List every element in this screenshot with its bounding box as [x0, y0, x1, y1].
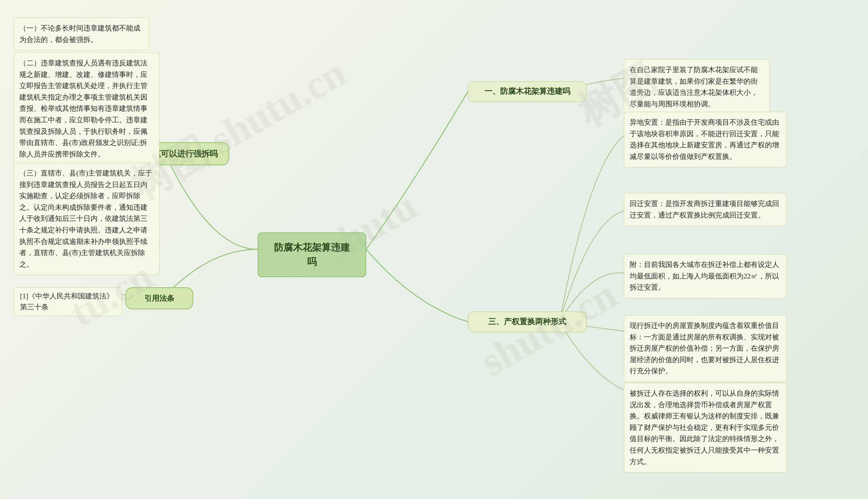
- leaf-illegal-2: （二）违章建筑查报人员遇有违反建筑法规之新建、增建、改建、修建情事时，应立即报告…: [14, 52, 159, 165]
- branch-property-node: 三、产权置换两种形式: [468, 312, 586, 332]
- leaf-illegal-3: （三）直辖市、县(市)主管建筑机关，应于接到违章建筑查报人员报告之日起五日内实施…: [14, 162, 159, 275]
- leaf-illegal-1: （一）不论多长时间违章建筑都不能成为合法的，都会被强拆。: [14, 17, 149, 50]
- leaf-fu: 附：目前我国各大城市在拆迁补偿上都有设定人均最低面积，如上海人均最低面积为22㎡…: [624, 254, 787, 299]
- leaf-beicha: 被拆迁人存在选择的权利，可以从自身的实际情况出发，合理地选择货币补偿或者房屋产权…: [624, 383, 787, 473]
- leaf-xianzhi: 现行拆迁中的房屋置换制度内蕴含着双重价值目标：一方面是通过房屋的所有权调换、实现…: [624, 315, 787, 382]
- center-node: 防腐木花架算违建吗: [258, 232, 366, 277]
- branch-law-node: 引用法条: [126, 287, 193, 309]
- branch-whether-node: 一、防腐木花架算违建吗: [468, 81, 586, 102]
- leaf-yidi: 异地安置：是指由于开发商项目不涉及住宅或由于该地块容积率原因，不能进行回迁安置，…: [624, 112, 787, 167]
- leaf-law: [1]《中华人民共和国建筑法》第三十条: [14, 287, 122, 316]
- leaf-huiqian: 回迁安置：是指开发商拆迁重建项目能够完成回迁安置，通过产权置换比例完成回迁安置。: [624, 193, 787, 226]
- leaf-whether-1: 在自己家院子里装了防腐木花架应试不能算是建章建筑，如果你们家是在繁华的街道旁边，…: [624, 59, 770, 115]
